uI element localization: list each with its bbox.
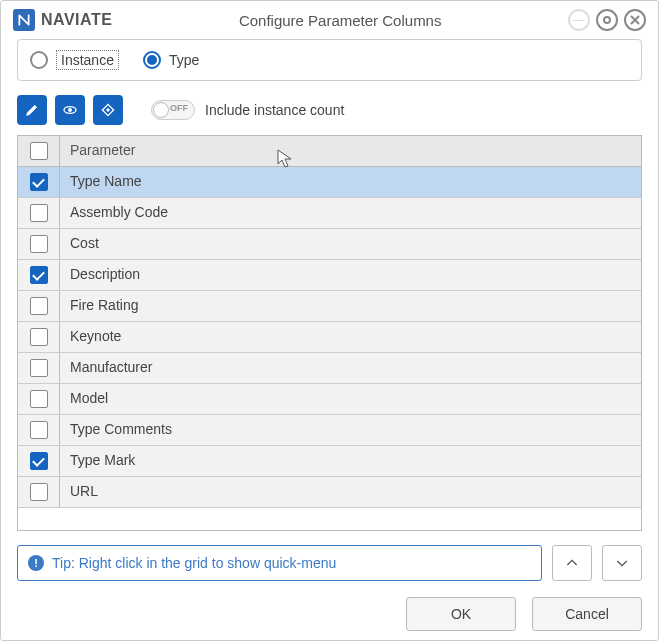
info-icon: ! bbox=[28, 555, 44, 571]
move-up-button[interactable] bbox=[552, 545, 592, 581]
row-label: Cost bbox=[60, 229, 641, 259]
mode-selector: Instance Type bbox=[17, 39, 642, 81]
row-label: Keynote bbox=[60, 322, 641, 352]
minimize-button[interactable]: — bbox=[568, 9, 590, 31]
table-row[interactable]: URL bbox=[18, 477, 641, 508]
svg-point-0 bbox=[604, 17, 610, 23]
row-checkbox[interactable] bbox=[30, 297, 48, 315]
row-checkbox[interactable] bbox=[30, 390, 48, 408]
table-row[interactable]: Type Mark bbox=[18, 446, 641, 477]
header-checkbox[interactable] bbox=[30, 142, 48, 160]
table-row[interactable]: Type Name bbox=[18, 167, 641, 198]
ok-button[interactable]: OK bbox=[406, 597, 516, 631]
row-label: Type Comments bbox=[60, 415, 641, 445]
row-label: URL bbox=[60, 477, 641, 507]
svg-point-4 bbox=[107, 109, 110, 112]
radio-instance[interactable]: Instance bbox=[30, 50, 119, 70]
table-row[interactable]: Assembly Code bbox=[18, 198, 641, 229]
table-row[interactable]: Type Comments bbox=[18, 415, 641, 446]
row-label: Type Name bbox=[60, 167, 641, 197]
parameter-grid[interactable]: Parameter Type NameAssembly CodeCostDesc… bbox=[17, 135, 642, 531]
close-button[interactable] bbox=[624, 9, 646, 31]
window-title: Configure Parameter Columns bbox=[112, 12, 568, 29]
tip-banner: ! Tip: Right click in the grid to show q… bbox=[17, 545, 542, 581]
radio-type-label: Type bbox=[169, 52, 199, 68]
table-row[interactable]: Manufacturer bbox=[18, 353, 641, 384]
tip-text: Tip: Right click in the grid to show qui… bbox=[52, 555, 336, 571]
row-checkbox[interactable] bbox=[30, 235, 48, 253]
table-row[interactable]: Fire Rating bbox=[18, 291, 641, 322]
visibility-button[interactable] bbox=[55, 95, 85, 125]
logo-icon bbox=[13, 9, 35, 31]
row-checkbox[interactable] bbox=[30, 173, 48, 191]
header-parameter[interactable]: Parameter bbox=[60, 136, 641, 166]
shared-param-button[interactable] bbox=[93, 95, 123, 125]
row-checkbox[interactable] bbox=[30, 204, 48, 222]
row-label: Fire Rating bbox=[60, 291, 641, 321]
table-row[interactable]: Keynote bbox=[18, 322, 641, 353]
row-checkbox[interactable] bbox=[30, 452, 48, 470]
include-instance-count-toggle[interactable]: OFF bbox=[151, 100, 195, 120]
toggle-state: OFF bbox=[170, 103, 188, 113]
toggle-text: Include instance count bbox=[205, 102, 344, 118]
cancel-button[interactable]: Cancel bbox=[532, 597, 642, 631]
row-checkbox[interactable] bbox=[30, 483, 48, 501]
move-down-button[interactable] bbox=[602, 545, 642, 581]
edit-button[interactable] bbox=[17, 95, 47, 125]
row-label: Assembly Code bbox=[60, 198, 641, 228]
table-row[interactable]: Cost bbox=[18, 229, 641, 260]
table-row[interactable]: Description bbox=[18, 260, 641, 291]
maximize-button[interactable] bbox=[596, 9, 618, 31]
table-row[interactable]: Model bbox=[18, 384, 641, 415]
radio-type[interactable]: Type bbox=[143, 51, 199, 69]
row-label: Type Mark bbox=[60, 446, 641, 476]
row-checkbox[interactable] bbox=[30, 328, 48, 346]
radio-instance-label: Instance bbox=[56, 50, 119, 70]
svg-point-2 bbox=[68, 108, 71, 111]
app-logo: NAVIATE bbox=[13, 9, 112, 31]
row-label: Description bbox=[60, 260, 641, 290]
row-checkbox[interactable] bbox=[30, 359, 48, 377]
row-label: Model bbox=[60, 384, 641, 414]
row-checkbox[interactable] bbox=[30, 266, 48, 284]
app-name: NAVIATE bbox=[41, 11, 112, 29]
row-label: Manufacturer bbox=[60, 353, 641, 383]
row-checkbox[interactable] bbox=[30, 421, 48, 439]
